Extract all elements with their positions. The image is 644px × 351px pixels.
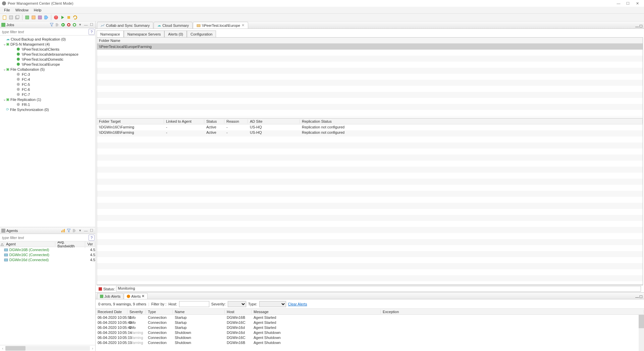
- alerts-vscrollbar[interactable]: [639, 315, 644, 351]
- type-col[interactable]: Type: [146, 310, 173, 314]
- tree-item[interactable]: \\PeerTest.local\debrasnamespace: [0, 52, 95, 57]
- target-row[interactable]: \\DGWin16B\Farming-Active-US-HQReplicati…: [97, 130, 643, 135]
- severity-select[interactable]: [228, 301, 246, 307]
- alert-row[interactable]: 06-04-2020 10:05:13WarningConnectionShut…: [96, 340, 644, 345]
- filter-icon[interactable]: [49, 22, 54, 27]
- minimize-button[interactable]: —: [614, 0, 623, 6]
- maximize-icon[interactable]: ☐: [639, 295, 643, 299]
- jobs-filter-input[interactable]: [0, 29, 89, 35]
- adsite-col[interactable]: AD Site: [248, 119, 300, 123]
- alert-row[interactable]: 06-04-2020 10:05:51InfoConnectionStartup…: [96, 315, 644, 320]
- menu-icon[interactable]: ▾: [78, 22, 83, 27]
- error-icon[interactable]: !: [53, 15, 59, 20]
- agent-col-header[interactable]: Agent: [4, 242, 55, 246]
- maximize-icon[interactable]: ☐: [89, 228, 94, 233]
- exception-col[interactable]: Exception: [381, 310, 644, 314]
- menu-file[interactable]: File: [2, 7, 12, 13]
- tag-icon[interactable]: [55, 22, 60, 27]
- help-icon[interactable]: ?: [89, 235, 95, 241]
- host-col[interactable]: Host: [225, 310, 252, 314]
- close-tab-icon[interactable]: ✕: [142, 294, 145, 298]
- maximize-button[interactable]: ☐: [623, 0, 633, 6]
- alert-row[interactable]: 06-04-2020 10:05:14WarningConnectionShut…: [96, 330, 644, 335]
- close-tab-icon[interactable]: ✕: [241, 23, 245, 27]
- chart-icon[interactable]: [61, 228, 65, 233]
- menu-icon[interactable]: ▾: [78, 228, 83, 233]
- tool-icon-3[interactable]: [37, 15, 43, 20]
- version-col-header[interactable]: Ver: [85, 242, 95, 246]
- tag-icon[interactable]: [44, 15, 49, 20]
- bottom-tab[interactable]: Job Alerts: [97, 293, 123, 299]
- tree-item[interactable]: ⌄▣ DFS-N Management (4): [0, 42, 95, 47]
- agent-row[interactable]: DGWin16B (Connected)4.5: [0, 247, 95, 252]
- tree-item[interactable]: \\PeerTest.local\Domestic: [0, 57, 95, 62]
- type-select[interactable]: [259, 301, 286, 307]
- play-icon[interactable]: [61, 22, 65, 27]
- tree-item[interactable]: FC-3: [0, 72, 95, 77]
- target-row[interactable]: \\DGWin16C\Farming-Active-US-HQReplicati…: [97, 124, 643, 130]
- tree-item[interactable]: \\PeerTest.local\Clients: [0, 47, 95, 52]
- main-tab[interactable]: ☁Cloud Summary: [154, 22, 193, 28]
- alert-row[interactable]: 06-04-2020 10:05:13WarningConnectionShut…: [96, 335, 644, 340]
- tool-icon-1[interactable]: [24, 15, 30, 20]
- agent-row[interactable]: DGWin16d (Connected)4.5: [0, 257, 95, 262]
- alert-row[interactable]: 06-04-2020 10:05:42InfoConnectionStartup…: [96, 325, 644, 330]
- tree-item[interactable]: ⌄▣ File Replication (1): [0, 97, 95, 102]
- linked-agent-col[interactable]: Linked to Agent: [164, 119, 204, 123]
- refresh-icon[interactable]: [72, 22, 77, 27]
- bottom-tab[interactable]: Alerts✕: [124, 293, 148, 299]
- new-icon[interactable]: [2, 15, 7, 20]
- help-icon[interactable]: ?: [89, 29, 95, 35]
- reason-col[interactable]: Reason: [224, 119, 248, 123]
- message-col[interactable]: Message: [252, 310, 381, 314]
- agents-filter-input[interactable]: [0, 235, 89, 240]
- sub-tab[interactable]: Namespace: [97, 31, 124, 37]
- sub-tab[interactable]: Alerts (0): [164, 31, 187, 37]
- close-button[interactable]: ✕: [633, 0, 642, 6]
- tree-item[interactable]: FC-5: [0, 82, 95, 87]
- menu-window[interactable]: Window: [13, 7, 31, 13]
- minimize-icon[interactable]: —: [635, 295, 639, 299]
- tool-icon-2[interactable]: [31, 15, 36, 20]
- folder-target-col[interactable]: Folder Target: [97, 119, 164, 123]
- filter-icon[interactable]: [66, 228, 71, 233]
- tree-item[interactable]: FC-4: [0, 77, 95, 82]
- save-all-icon[interactable]: [15, 15, 20, 20]
- tree-item[interactable]: ⟳ File Synchronization (0): [0, 107, 95, 112]
- minimize-icon[interactable]: —: [84, 228, 88, 233]
- alert-row[interactable]: 06-04-2020 10:05:43InfoConnectionStartup…: [96, 320, 644, 325]
- maximize-icon[interactable]: ☐: [89, 22, 94, 27]
- minimize-icon[interactable]: —: [84, 22, 88, 27]
- tag-icon[interactable]: [72, 228, 77, 233]
- folder-name-header[interactable]: Folder Name: [97, 38, 643, 44]
- run-icon[interactable]: [60, 15, 65, 20]
- save-icon[interactable]: [8, 15, 14, 20]
- maximize-icon[interactable]: ☐: [639, 24, 643, 28]
- scroll-right-icon[interactable]: ›: [90, 346, 95, 350]
- tree-item[interactable]: FC-6: [0, 87, 95, 92]
- tree-item[interactable]: FR-1: [0, 102, 95, 107]
- severity-col[interactable]: Severity: [127, 310, 146, 314]
- main-tab[interactable]: \\PeerTest.local\Europe✕: [193, 22, 248, 28]
- folder-row[interactable]: \\PeerTest.local\Europe\Farming: [97, 44, 643, 50]
- jobs-tree[interactable]: ☁ Cloud Backup and Replication (0)⌄▣ DFS…: [0, 36, 95, 227]
- agent-row[interactable]: DGWin16C (Connected)4.5: [0, 252, 95, 257]
- sub-tab[interactable]: Configuration: [187, 31, 216, 37]
- name-col[interactable]: Name: [173, 310, 225, 314]
- received-date-col[interactable]: Received Date: [96, 310, 127, 314]
- stop-icon[interactable]: [66, 22, 71, 27]
- minimize-icon[interactable]: —: [635, 24, 639, 28]
- menu-help[interactable]: Help: [32, 7, 44, 13]
- agents-hscrollbar[interactable]: ‹ ›: [0, 345, 95, 351]
- tree-item[interactable]: \\PeerTest.local\Europe: [0, 62, 95, 67]
- tree-item[interactable]: ⌄▣ File Collaboration (5): [0, 67, 95, 72]
- tree-item[interactable]: FC-7: [0, 92, 95, 97]
- sub-tab[interactable]: Namespace Servers: [124, 31, 165, 37]
- repstatus-col[interactable]: Replication Status: [300, 119, 643, 123]
- refresh-icon[interactable]: [72, 15, 78, 20]
- host-input[interactable]: [179, 301, 209, 307]
- tree-item[interactable]: ☁ Cloud Backup and Replication (0): [0, 37, 95, 42]
- plugin-icon[interactable]: [66, 15, 71, 20]
- status-col[interactable]: Status: [204, 119, 224, 123]
- scroll-left-icon[interactable]: ‹: [0, 346, 5, 350]
